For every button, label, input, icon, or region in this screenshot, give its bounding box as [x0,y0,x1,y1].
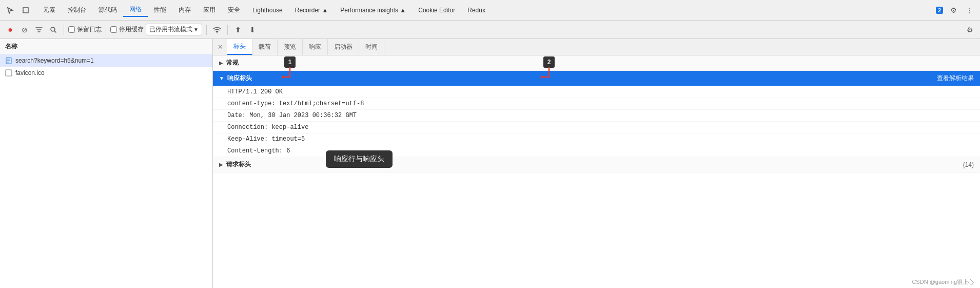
menu-bar: 元素 控制台 源代码 网络 性能 内存 应用 安全 Lighthouse Rec… [0,0,980,21]
file-icon [5,69,12,76]
menu-elements[interactable]: 元素 [37,4,62,16]
svg-point-2 [217,32,218,33]
tab-timing[interactable]: 时间 [359,39,384,55]
left-panel-header: 名称 [0,39,212,54]
menu-application[interactable]: 应用 [197,4,222,16]
menu-performance[interactable]: 性能 [148,4,172,16]
separator-3 [206,25,207,35]
menu-recorder[interactable]: Recorder ▲ [289,5,335,16]
response-headers-title: 响应标头 [227,74,252,83]
stop-button[interactable]: ⊘ [18,24,31,36]
svg-rect-0 [23,8,28,13]
tab-initiator[interactable]: 启动器 [328,39,359,55]
file-name-search: search?keyword=h5&num=1 [15,57,94,64]
general-section-header[interactable]: ▶ 常规 [213,55,980,71]
svg-rect-4 [6,70,12,76]
overlay-container: ▶ 常规 ▼ 响应标头 查看解析结果 HTTP/1.1 200 OK conte… [213,55,980,288]
separator-1 [64,25,64,35]
disable-cache-checkbox[interactable]: 停用缓存 [110,25,144,34]
separator-2 [106,25,106,35]
tab-preview[interactable]: 预览 [278,39,303,55]
http-row-content-length: Content-Length: 6 [213,145,980,157]
footer-text: CSDN @gaoming很上心 [912,279,974,285]
preserve-log-checkbox[interactable]: 保留日志 [68,25,102,34]
right-panel: ✕ 标头 载荷 预览 响应 启动器 时间 ▶ 常规 ▼ 响应标头 查看解析结果 [213,39,980,288]
menu-sources[interactable]: 源代码 [92,4,123,16]
http-row-content-type: content-type: text/html;charset=utf-8 [213,98,980,110]
menu-right: 2 ⚙ ⋮ [936,4,976,16]
file-name-favicon: favicon.ico [15,69,45,76]
menu-network[interactable]: 网络 [123,3,148,17]
http-row-status: HTTP/1.1 200 OK [213,86,980,98]
menu-console[interactable]: 控制台 [62,4,92,16]
record-button[interactable]: ● [4,24,16,36]
streaming-dropdown[interactable]: 已停用书流模式 ▼ [146,24,202,35]
tab-headers[interactable]: 标头 [227,39,252,55]
menu-memory[interactable]: 内存 [172,4,197,16]
menu-redux[interactable]: Redux [461,5,492,16]
cursor-icon[interactable] [4,4,16,16]
tab-response[interactable]: 响应 [303,39,328,55]
notification-badge: 2 [936,7,943,14]
tab-payload[interactable]: 载荷 [252,39,278,55]
general-section-title: 常规 [226,59,239,67]
tabs-bar: ✕ 标头 载荷 预览 响应 启动器 时间 [213,39,980,55]
general-arrow-icon: ▶ [219,60,223,66]
separator-4 [227,25,228,35]
menu-cookie-editor[interactable]: Cookie Editor [412,5,461,16]
menu-lighthouse[interactable]: Lighthouse [246,5,289,16]
request-headers-section[interactable]: ▶ 请求标头 (14) [213,157,980,172]
square-icon[interactable] [19,4,32,16]
main-layout: 名称 search?keyword=h5&num=1 favicon.ico ✕… [0,39,980,288]
menu-items: 元素 控制台 源代码 网络 性能 内存 应用 安全 Lighthouse Rec… [37,3,935,17]
doc-icon [5,57,12,64]
streaming-label: 已停用书流模式 [149,25,192,34]
upload-icon[interactable]: ⬆ [232,24,244,36]
http-row-connection: Connection: keep-alive [213,122,980,133]
request-headers-count: (14) [963,161,974,168]
disable-cache-input[interactable] [110,26,117,33]
disable-cache-label: 停用缓存 [119,25,144,34]
search-icon[interactable] [47,24,60,36]
request-headers-arrow-icon: ▶ [219,162,223,167]
toolbar: ● ⊘ 保留日志 停用缓存 已停用书流模式 ▼ ⬆ ⬇ ⚙ [0,21,980,39]
content-area: ▶ 常规 ▼ 响应标头 查看解析结果 HTTP/1.1 200 OK conte… [213,55,980,172]
file-list: search?keyword=h5&num=1 favicon.ico [0,54,212,288]
http-row-date: Date: Mon, 30 Jan 2023 00:36:32 GMT [213,110,980,122]
download-icon[interactable]: ⬇ [246,24,259,36]
http-row-keep-alive: Keep-Alive: timeout=5 [213,133,980,145]
file-item-search[interactable]: search?keyword=h5&num=1 [0,54,212,67]
filter-icon[interactable] [33,24,45,36]
wifi-icon[interactable] [211,24,223,36]
response-headers-arrow-icon: ▼ [219,75,224,81]
left-panel: 名称 search?keyword=h5&num=1 favicon.ico [0,39,213,288]
request-headers-title: 请求标头 [226,160,251,169]
dropdown-arrow-icon: ▼ [193,27,199,32]
tab-close-icon[interactable]: ✕ [215,42,225,52]
file-item-favicon[interactable]: favicon.ico [0,67,212,79]
preserve-log-input[interactable] [68,26,75,33]
preserve-log-label: 保留日志 [77,25,102,34]
menu-performance-insights[interactable]: Performance insights ▲ [334,5,412,16]
menu-security[interactable]: 安全 [222,4,246,16]
menu-icons [4,4,32,16]
settings-icon[interactable]: ⚙ [947,4,959,16]
response-headers-section[interactable]: ▼ 响应标头 查看解析结果 [213,71,980,86]
view-parsed-link[interactable]: 查看解析结果 [937,74,974,83]
more-options-icon[interactable]: ⋮ [964,4,976,16]
footer: CSDN @gaoming很上心 [912,278,974,286]
toolbar-settings-icon[interactable]: ⚙ [964,24,976,36]
